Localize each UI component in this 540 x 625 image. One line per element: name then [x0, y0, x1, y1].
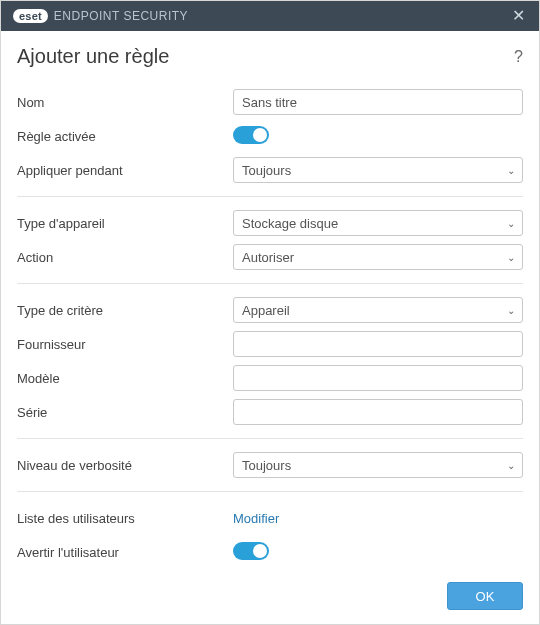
control-model [233, 365, 523, 391]
brand-badge: eset [13, 9, 48, 23]
content-area: Ajouter une règle ? Nom Règle activée A [1, 31, 539, 572]
toggle-knob [253, 128, 267, 142]
verbosity-display: Toujours [233, 452, 523, 478]
vendor-input[interactable] [233, 331, 523, 357]
action-display: Autoriser [233, 244, 523, 270]
header-row: Ajouter une règle ? [17, 45, 523, 68]
row-serial: Série [17, 396, 523, 428]
label-serial: Série [17, 405, 233, 420]
rule-enabled-toggle[interactable] [233, 126, 269, 144]
row-vendor: Fournisseur [17, 328, 523, 360]
label-rule-enabled: Règle activée [17, 129, 233, 144]
control-serial [233, 399, 523, 425]
control-action: Autoriser ⌄ [233, 244, 523, 270]
row-criteria-type: Type de critère Appareil ⌄ [17, 294, 523, 326]
row-name: Nom [17, 86, 523, 118]
close-button[interactable]: ✕ [508, 4, 529, 28]
ok-button[interactable]: OK [447, 582, 523, 610]
label-name: Nom [17, 95, 233, 110]
criteria-type-select[interactable]: Appareil ⌄ [233, 297, 523, 323]
label-notify-user: Avertir l'utilisateur [17, 545, 233, 560]
control-apply-during: Toujours ⌄ [233, 157, 523, 183]
divider [17, 283, 523, 284]
verbosity-select[interactable]: Toujours ⌄ [233, 452, 523, 478]
footer: OK [1, 572, 539, 624]
label-user-list: Liste des utilisateurs [17, 511, 233, 526]
model-input[interactable] [233, 365, 523, 391]
row-model: Modèle [17, 362, 523, 394]
name-input[interactable] [233, 89, 523, 115]
control-user-list: Modifier [233, 511, 523, 526]
notify-user-toggle[interactable] [233, 542, 269, 560]
label-device-type: Type d'appareil [17, 216, 233, 231]
row-verbosity: Niveau de verbosité Toujours ⌄ [17, 449, 523, 481]
label-vendor: Fournisseur [17, 337, 233, 352]
row-rule-enabled: Règle activée [17, 120, 523, 152]
device-type-display: Stockage disque [233, 210, 523, 236]
row-action: Action Autoriser ⌄ [17, 241, 523, 273]
brand-text: ENDPOINT SECURITY [54, 9, 188, 23]
control-device-type: Stockage disque ⌄ [233, 210, 523, 236]
action-select[interactable]: Autoriser ⌄ [233, 244, 523, 270]
label-criteria-type: Type de critère [17, 303, 233, 318]
divider [17, 438, 523, 439]
row-notify-user: Avertir l'utilisateur [17, 536, 523, 568]
page-title: Ajouter une règle [17, 45, 169, 68]
brand: eset ENDPOINT SECURITY [13, 9, 188, 23]
row-device-type: Type d'appareil Stockage disque ⌄ [17, 207, 523, 239]
label-model: Modèle [17, 371, 233, 386]
device-type-select[interactable]: Stockage disque ⌄ [233, 210, 523, 236]
modify-users-link[interactable]: Modifier [233, 511, 279, 526]
toggle-knob [253, 544, 267, 558]
apply-during-display: Toujours [233, 157, 523, 183]
dialog-window: eset ENDPOINT SECURITY ✕ Ajouter une règ… [0, 0, 540, 625]
control-criteria-type: Appareil ⌄ [233, 297, 523, 323]
control-verbosity: Toujours ⌄ [233, 452, 523, 478]
close-icon: ✕ [512, 7, 525, 24]
control-name [233, 89, 523, 115]
criteria-type-display: Appareil [233, 297, 523, 323]
label-apply-during: Appliquer pendant [17, 163, 233, 178]
serial-input[interactable] [233, 399, 523, 425]
row-user-list: Liste des utilisateurs Modifier [17, 502, 523, 534]
control-vendor [233, 331, 523, 357]
titlebar: eset ENDPOINT SECURITY ✕ [1, 1, 539, 31]
control-notify-user [233, 542, 523, 563]
form: Nom Règle activée Appliquer pendant Touj [17, 86, 523, 568]
row-apply-during: Appliquer pendant Toujours ⌄ [17, 154, 523, 186]
divider [17, 196, 523, 197]
help-icon[interactable]: ? [514, 48, 523, 66]
apply-during-select[interactable]: Toujours ⌄ [233, 157, 523, 183]
divider [17, 491, 523, 492]
label-verbosity: Niveau de verbosité [17, 458, 233, 473]
label-action: Action [17, 250, 233, 265]
control-rule-enabled [233, 126, 523, 147]
